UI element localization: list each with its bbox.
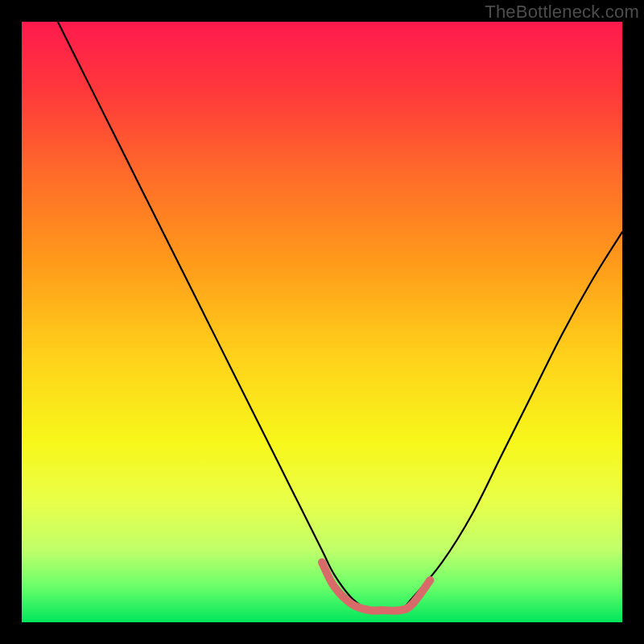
bottleneck-curve xyxy=(58,22,622,611)
chart-frame: TheBottleneck.com xyxy=(0,0,644,644)
optimal-zone-highlight xyxy=(322,562,430,610)
watermark-text: TheBottleneck.com xyxy=(485,2,639,23)
plot-area xyxy=(22,22,622,622)
curve-svg xyxy=(22,22,622,622)
